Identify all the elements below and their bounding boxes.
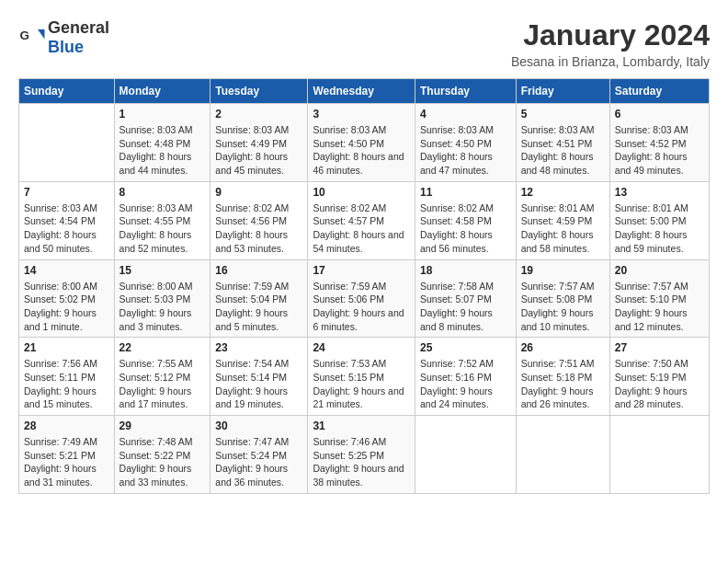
calendar-cell: 16Sunrise: 7:59 AMSunset: 5:04 PMDayligh…: [210, 259, 308, 338]
logo-general: General: [48, 18, 109, 37]
calendar-cell: [516, 416, 609, 494]
day-info: Sunrise: 8:02 AMSunset: 4:57 PMDaylight:…: [313, 201, 410, 256]
calendar-week-1: 1Sunrise: 8:03 AMSunset: 4:48 PMDaylight…: [19, 104, 710, 182]
day-number: 28: [24, 419, 109, 432]
day-info: Sunrise: 7:47 AMSunset: 5:24 PMDaylight:…: [215, 435, 302, 489]
svg-text:G: G: [20, 29, 30, 42]
day-info: Sunrise: 7:49 AMSunset: 5:21 PMDaylight:…: [24, 435, 109, 489]
calendar-subtitle: Besana in Brianza, Lombardy, Italy: [511, 54, 710, 69]
calendar-table: SundayMondayTuesdayWednesdayThursdayFrid…: [18, 78, 710, 494]
day-info: Sunrise: 8:03 AMSunset: 4:49 PMDaylight:…: [215, 123, 302, 178]
calendar-cell: 4Sunrise: 8:03 AMSunset: 4:50 PMDaylight…: [415, 104, 517, 182]
day-number: 8: [119, 186, 206, 199]
title-block: January 2024 Besana in Brianza, Lombardy…: [511, 18, 710, 69]
day-number: 26: [521, 341, 605, 354]
calendar-cell: [415, 416, 517, 494]
calendar-cell: 25Sunrise: 7:52 AMSunset: 5:16 PMDayligh…: [415, 338, 517, 416]
calendar-cell: 13Sunrise: 8:01 AMSunset: 5:00 PMDayligh…: [609, 181, 709, 259]
calendar-cell: 5Sunrise: 8:03 AMSunset: 4:51 PMDaylight…: [516, 104, 609, 182]
calendar-cell: 21Sunrise: 7:56 AMSunset: 5:11 PMDayligh…: [19, 338, 115, 416]
calendar-cell: 28Sunrise: 7:49 AMSunset: 5:21 PMDayligh…: [19, 416, 115, 494]
day-info: Sunrise: 7:52 AMSunset: 5:16 PMDaylight:…: [420, 357, 511, 411]
calendar-cell: 11Sunrise: 8:02 AMSunset: 4:58 PMDayligh…: [415, 181, 517, 259]
day-header-wednesday: Wednesday: [308, 79, 415, 104]
calendar-cell: 6Sunrise: 8:03 AMSunset: 4:52 PMDaylight…: [609, 104, 709, 182]
day-number: 5: [521, 108, 605, 121]
logo: G General Blue: [18, 18, 109, 57]
day-number: 25: [420, 341, 511, 354]
day-number: 11: [420, 186, 511, 199]
day-number: 4: [420, 108, 511, 121]
day-number: 7: [24, 186, 109, 199]
day-info: Sunrise: 8:02 AMSunset: 4:56 PMDaylight:…: [215, 201, 302, 256]
logo-text: General Blue: [48, 18, 109, 57]
calendar-cell: [609, 416, 709, 494]
calendar-cell: 15Sunrise: 8:00 AMSunset: 5:03 PMDayligh…: [114, 259, 210, 338]
day-info: Sunrise: 7:59 AMSunset: 5:04 PMDaylight:…: [215, 280, 302, 334]
day-number: 24: [313, 341, 410, 354]
day-info: Sunrise: 8:02 AMSunset: 4:58 PMDaylight:…: [420, 201, 511, 256]
day-number: 15: [119, 264, 206, 277]
day-info: Sunrise: 7:48 AMSunset: 5:22 PMDaylight:…: [119, 435, 206, 489]
calendar-cell: 10Sunrise: 8:02 AMSunset: 4:57 PMDayligh…: [308, 181, 415, 259]
calendar-cell: 17Sunrise: 7:59 AMSunset: 5:06 PMDayligh…: [308, 259, 415, 338]
calendar-cell: 7Sunrise: 8:03 AMSunset: 4:54 PMDaylight…: [19, 181, 115, 259]
day-number: 31: [313, 419, 410, 432]
logo-blue: Blue: [48, 38, 84, 56]
day-info: Sunrise: 7:56 AMSunset: 5:11 PMDaylight:…: [24, 357, 109, 411]
day-header-saturday: Saturday: [609, 79, 709, 104]
day-number: 12: [521, 186, 605, 199]
page-header: G General Blue January 2024 Besana in Br…: [18, 18, 710, 69]
day-number: 30: [215, 419, 302, 432]
day-info: Sunrise: 7:57 AMSunset: 5:08 PMDaylight:…: [521, 280, 605, 334]
svg-marker-1: [38, 29, 45, 40]
calendar-header: SundayMondayTuesdayWednesdayThursdayFrid…: [19, 79, 710, 104]
calendar-cell: 23Sunrise: 7:54 AMSunset: 5:14 PMDayligh…: [210, 338, 308, 416]
day-header-sunday: Sunday: [19, 79, 115, 104]
day-info: Sunrise: 8:03 AMSunset: 4:52 PMDaylight:…: [615, 123, 704, 178]
day-info: Sunrise: 8:03 AMSunset: 4:50 PMDaylight:…: [313, 123, 410, 178]
calendar-week-5: 28Sunrise: 7:49 AMSunset: 5:21 PMDayligh…: [19, 416, 710, 494]
day-header-monday: Monday: [114, 79, 210, 104]
calendar-cell: 8Sunrise: 8:03 AMSunset: 4:55 PMDaylight…: [114, 181, 210, 259]
header-row: SundayMondayTuesdayWednesdayThursdayFrid…: [19, 79, 710, 104]
day-info: Sunrise: 7:59 AMSunset: 5:06 PMDaylight:…: [313, 280, 410, 334]
day-number: 13: [615, 186, 704, 199]
calendar-cell: [19, 104, 115, 182]
day-number: 23: [215, 341, 302, 354]
calendar-cell: 19Sunrise: 7:57 AMSunset: 5:08 PMDayligh…: [516, 259, 609, 338]
day-header-tuesday: Tuesday: [210, 79, 308, 104]
day-number: 10: [313, 186, 410, 199]
calendar-body: 1Sunrise: 8:03 AMSunset: 4:48 PMDaylight…: [19, 104, 710, 494]
day-number: 6: [615, 108, 704, 121]
calendar-cell: 22Sunrise: 7:55 AMSunset: 5:12 PMDayligh…: [114, 338, 210, 416]
day-number: 19: [521, 264, 605, 277]
calendar-cell: 18Sunrise: 7:58 AMSunset: 5:07 PMDayligh…: [415, 259, 517, 338]
day-info: Sunrise: 8:01 AMSunset: 4:59 PMDaylight:…: [521, 201, 605, 256]
calendar-cell: 29Sunrise: 7:48 AMSunset: 5:22 PMDayligh…: [114, 416, 210, 494]
day-info: Sunrise: 8:03 AMSunset: 4:55 PMDaylight:…: [119, 201, 206, 256]
calendar-cell: 2Sunrise: 8:03 AMSunset: 4:49 PMDaylight…: [210, 104, 308, 182]
calendar-cell: 20Sunrise: 7:57 AMSunset: 5:10 PMDayligh…: [609, 259, 709, 338]
day-info: Sunrise: 7:55 AMSunset: 5:12 PMDaylight:…: [119, 357, 206, 411]
day-number: 14: [24, 264, 109, 277]
day-info: Sunrise: 8:03 AMSunset: 4:51 PMDaylight:…: [521, 123, 605, 178]
day-info: Sunrise: 7:58 AMSunset: 5:07 PMDaylight:…: [420, 280, 511, 334]
day-info: Sunrise: 8:01 AMSunset: 5:00 PMDaylight:…: [615, 201, 704, 256]
day-number: 9: [215, 186, 302, 199]
day-info: Sunrise: 7:46 AMSunset: 5:25 PMDaylight:…: [313, 435, 410, 489]
calendar-week-3: 14Sunrise: 8:00 AMSunset: 5:02 PMDayligh…: [19, 259, 710, 338]
calendar-cell: 31Sunrise: 7:46 AMSunset: 5:25 PMDayligh…: [308, 416, 415, 494]
day-info: Sunrise: 7:53 AMSunset: 5:15 PMDaylight:…: [313, 357, 410, 411]
day-number: 20: [615, 264, 704, 277]
day-number: 16: [215, 264, 302, 277]
calendar-cell: 27Sunrise: 7:50 AMSunset: 5:19 PMDayligh…: [609, 338, 709, 416]
day-info: Sunrise: 8:03 AMSunset: 4:50 PMDaylight:…: [420, 123, 511, 178]
day-number: 27: [615, 341, 704, 354]
calendar-cell: 14Sunrise: 8:00 AMSunset: 5:02 PMDayligh…: [19, 259, 115, 338]
calendar-cell: 3Sunrise: 8:03 AMSunset: 4:50 PMDaylight…: [308, 104, 415, 182]
calendar-week-2: 7Sunrise: 8:03 AMSunset: 4:54 PMDaylight…: [19, 181, 710, 259]
calendar-cell: 26Sunrise: 7:51 AMSunset: 5:18 PMDayligh…: [516, 338, 609, 416]
day-info: Sunrise: 8:00 AMSunset: 5:02 PMDaylight:…: [24, 280, 109, 334]
day-info: Sunrise: 7:54 AMSunset: 5:14 PMDaylight:…: [215, 357, 302, 411]
